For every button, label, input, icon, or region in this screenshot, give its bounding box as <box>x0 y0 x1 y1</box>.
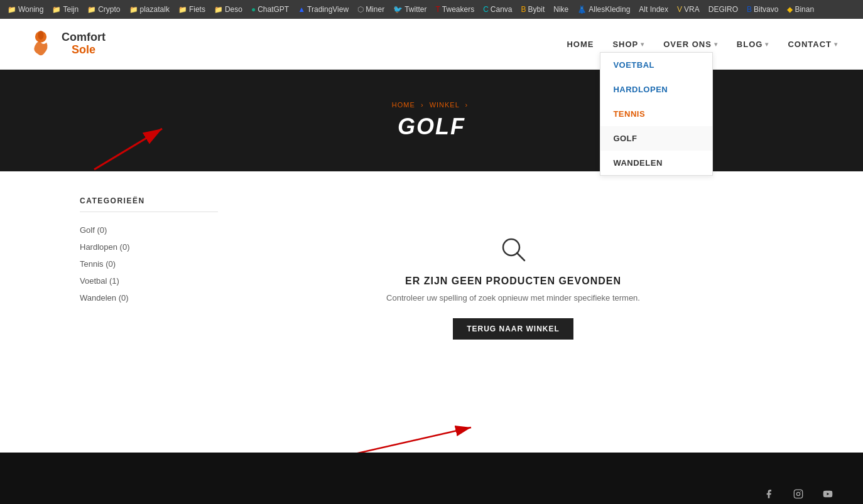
bookmark-miner[interactable]: ⬡ Miner <box>355 4 387 15</box>
youtube-icon[interactable] <box>818 484 838 504</box>
instagram-icon[interactable] <box>788 484 808 504</box>
category-voetbal[interactable]: Voetbal (1) <box>80 272 218 289</box>
category-tennis[interactable]: Tennis (0) <box>80 255 218 272</box>
no-products-title: ER ZIJN GEEN PRODUCTEN GEVONDEN <box>405 276 621 287</box>
over-ons-chevron-icon: ▾ <box>714 41 718 48</box>
folder-icon <box>129 5 138 14</box>
shop-dropdown: Voetbal Hardlopen Tennis Golf Wandelen <box>600 52 713 176</box>
chatgpt-icon: ● <box>251 5 256 14</box>
category-list: Golf (0) Hardlopen (0) Tennis (0) Voetba… <box>80 222 218 306</box>
category-hardlopen[interactable]: Hardlopen (0) <box>80 239 218 255</box>
svg-rect-10 <box>794 490 802 498</box>
bookmark-twitter[interactable]: 🐦 Twitter <box>391 4 429 15</box>
canva-icon: C <box>483 5 489 14</box>
sidebar: CATEGORIEËN Golf (0) Hardlopen (0) Tenni… <box>80 196 218 377</box>
bookmark-binan[interactable]: ◆ Binan <box>784 4 817 15</box>
binan-icon: ◆ <box>787 5 793 14</box>
dropdown-hardlopen[interactable]: Hardlopen <box>600 77 712 102</box>
bookmark-teijn[interactable]: Teijn <box>50 4 81 15</box>
svg-line-5 <box>517 253 524 260</box>
alleskleding-icon: 👗 <box>577 5 587 14</box>
bookmark-fiets[interactable]: Fiets <box>176 4 208 15</box>
logo-text: ComfortSole <box>62 31 106 56</box>
main-content: CATEGORIEËN Golf (0) Hardlopen (0) Tenni… <box>55 171 808 402</box>
breadcrumb: HOME › WINKEL › <box>392 101 471 109</box>
back-to-shop-button[interactable]: TERUG NAAR WINKEL <box>453 318 573 340</box>
bookmark-vra[interactable]: V VRA <box>675 4 702 15</box>
footer-social <box>25 484 838 504</box>
blog-chevron-icon: ▾ <box>765 41 769 48</box>
bitvavo-icon: B <box>747 5 752 14</box>
category-wandelen[interactable]: Wandelen (0) <box>80 289 218 306</box>
bookmark-chatgpt[interactable]: ● ChatGPT <box>249 4 291 15</box>
folder-icon <box>8 5 16 14</box>
bookmark-woning[interactable]: Woning <box>5 4 46 15</box>
folder-icon <box>87 5 96 14</box>
logo-svg <box>25 28 57 60</box>
nav-blog[interactable]: BLOG ▾ <box>737 36 769 52</box>
folder-icon <box>178 5 187 14</box>
tradingview-icon: ▲ <box>298 5 305 14</box>
category-golf[interactable]: Golf (0) <box>80 222 218 239</box>
bookmark-tweakers[interactable]: T Tweakers <box>433 4 477 15</box>
no-products-description: Controleer uw spelling of zoek opnieuw m… <box>386 293 640 303</box>
svg-point-1 <box>38 31 43 40</box>
bookmark-degiro[interactable]: DEGIRO <box>706 4 741 15</box>
svg-line-9 <box>195 427 471 453</box>
page-title: GOLF <box>398 114 465 140</box>
twitter-icon: 🐦 <box>393 5 403 14</box>
bookmark-plazatalk[interactable]: plazatalk <box>127 4 172 15</box>
bookmark-crypto[interactable]: Crypto <box>85 4 122 15</box>
vra-icon: V <box>677 5 682 14</box>
bookmark-tradingview[interactable]: ▲ TradingView <box>295 4 351 15</box>
svg-point-11 <box>796 492 800 495</box>
dropdown-golf[interactable]: Golf <box>600 126 712 151</box>
bookmark-altindex[interactable]: Alt Index <box>636 4 671 15</box>
bookmark-nike[interactable]: Nike <box>551 4 571 15</box>
hero-section: HOME › WINKEL › GOLF <box>0 70 863 171</box>
bookmark-bybit[interactable]: B Bybit <box>519 4 548 15</box>
diagonal-arrows-svg <box>0 402 863 453</box>
bookmark-bitvavo[interactable]: B Bitvavo <box>744 4 781 15</box>
search-icon <box>498 234 528 266</box>
folder-icon <box>52 5 61 14</box>
dropdown-wandelen[interactable]: Wandelen <box>600 151 712 175</box>
footer: SHOP Voetbal Hardlopen Tennis Golf Wande… <box>0 453 863 504</box>
nav-over-ons[interactable]: OVER ONS ▾ <box>663 36 718 52</box>
arrows-section <box>0 402 863 453</box>
dropdown-tennis[interactable]: Tennis <box>600 102 712 126</box>
categories-heading: CATEGORIEËN <box>80 196 218 212</box>
nav-shop[interactable]: SHOP ▾ Voetbal Hardlopen Tennis Golf Wan… <box>612 36 644 52</box>
main-navigation: HOME SHOP ▾ Voetbal Hardlopen Tennis Gol… <box>567 36 838 52</box>
facebook-icon[interactable] <box>759 484 779 504</box>
contact-chevron-icon: ▾ <box>834 41 838 48</box>
nav-contact[interactable]: CONTACT ▾ <box>788 36 838 52</box>
bookmark-alleskleding[interactable]: 👗 AllesKleding <box>575 4 632 15</box>
products-area: ER ZIJN GEEN PRODUCTEN GEVONDEN Controle… <box>243 196 783 377</box>
nav-home[interactable]: HOME <box>567 36 594 52</box>
logo[interactable]: ComfortSole <box>25 28 106 60</box>
shop-chevron-icon: ▾ <box>641 41 644 48</box>
svg-line-8 <box>195 427 471 453</box>
tweakers-icon: T <box>435 5 440 14</box>
bookmark-deso[interactable]: Deso <box>212 4 245 15</box>
bybit-icon: B <box>521 5 526 14</box>
svg-point-12 <box>800 491 801 492</box>
bookmarks-bar: Woning Teijn Crypto plazatalk Fiets Deso… <box>0 0 863 19</box>
dropdown-voetbal[interactable]: Voetbal <box>600 53 712 77</box>
bookmark-canva[interactable]: C Canva <box>480 4 514 15</box>
miner-icon: ⬡ <box>357 5 364 14</box>
site-header: ComfortSole HOME SHOP ▾ Voetbal Hardlope… <box>0 19 863 70</box>
folder-icon <box>214 5 223 14</box>
